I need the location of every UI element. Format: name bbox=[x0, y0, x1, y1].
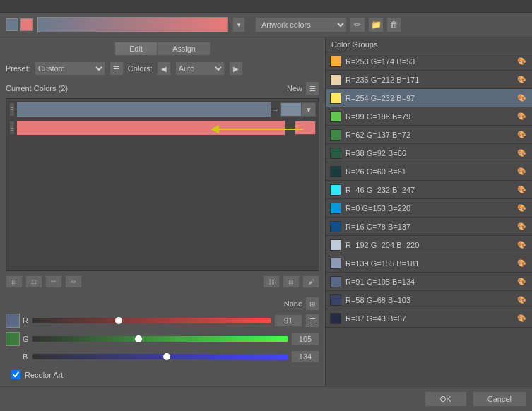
new-swatch-2 bbox=[295, 121, 316, 135]
color-dot bbox=[330, 239, 341, 251]
color-dot bbox=[330, 129, 341, 141]
pencil-icon[interactable]: ✏ bbox=[350, 17, 365, 32]
color-group-icon[interactable]: 🎨 bbox=[515, 92, 528, 105]
g-swatch-indicator bbox=[6, 332, 20, 346]
color-dot bbox=[330, 313, 341, 324]
colors-arrow-left[interactable]: ◀ bbox=[157, 61, 171, 76]
slider-menu-r[interactable]: ☰ bbox=[305, 314, 319, 328]
color-item[interactable]: R=235 G=212 B=171🎨 bbox=[326, 71, 532, 89]
assign-tab[interactable]: Assign bbox=[158, 42, 211, 56]
drag-handle-1[interactable] bbox=[9, 102, 15, 117]
color-item[interactable]: R=26 G=60 B=61🎨 bbox=[326, 162, 532, 181]
color-group-icon[interactable]: 🎨 bbox=[515, 55, 528, 68]
top-bar bbox=[0, 0, 532, 13]
r-slider[interactable] bbox=[32, 318, 271, 323]
color-dot bbox=[330, 294, 341, 306]
color-item[interactable]: R=91 G=105 B=134🎨 bbox=[326, 273, 532, 291]
color-dot bbox=[330, 221, 341, 232]
color-name: R=192 G=204 B=220 bbox=[345, 241, 515, 249]
r-value[interactable]: 91 bbox=[274, 314, 302, 327]
content-area: Edit Assign Preset: Custom ☰ Colors: ◀ A… bbox=[0, 37, 532, 386]
color-item[interactable]: R=139 G=155 B=181🎨 bbox=[326, 254, 532, 273]
color-row-2: → bbox=[9, 120, 316, 136]
color-name: R=37 G=43 B=67 bbox=[345, 314, 515, 323]
preset-label: Preset: bbox=[6, 64, 30, 73]
colors-arrow-right[interactable]: ▶ bbox=[229, 61, 243, 76]
grid-icon-2[interactable]: ⊟ bbox=[25, 275, 42, 288]
color-group-icon[interactable]: 🎨 bbox=[515, 129, 528, 141]
g-slider-row: G 105 bbox=[6, 332, 319, 346]
merge-icon[interactable]: ⇔ bbox=[65, 275, 82, 288]
grid-icon-3[interactable]: ⊞ bbox=[283, 275, 300, 288]
none-icon[interactable]: ⊞ bbox=[305, 297, 319, 311]
folder-icon[interactable]: 📁 bbox=[368, 17, 384, 32]
color-group-icon[interactable]: 🎨 bbox=[515, 239, 528, 251]
left-panel: Edit Assign Preset: Custom ☰ Colors: ◀ A… bbox=[0, 37, 325, 386]
list-view-icon[interactable]: ☰ bbox=[305, 81, 319, 95]
color-item[interactable]: R=192 G=204 B=220🎨 bbox=[326, 236, 532, 254]
artwork-colors-dropdown[interactable]: Artwork colorsGlobal colorsSpot colors bbox=[255, 17, 347, 32]
color-group-icon[interactable]: 🎨 bbox=[515, 165, 528, 178]
gradient-dropdown[interactable]: ▼ bbox=[232, 17, 245, 32]
b-value[interactable]: 134 bbox=[291, 350, 319, 363]
arrow-icon-1[interactable]: → bbox=[271, 102, 280, 117]
dialog: ▼ Artwork colorsGlobal colorsSpot colors… bbox=[0, 13, 532, 411]
edit-tab[interactable]: Edit bbox=[114, 42, 158, 56]
color-name: R=0 G=153 B=220 bbox=[345, 204, 515, 213]
color-group-icon[interactable]: 🎨 bbox=[515, 147, 528, 160]
color-list[interactable]: R=253 G=174 B=53🎨R=235 G=212 B=171🎨R=254… bbox=[326, 52, 532, 386]
preset-select[interactable]: Custom bbox=[35, 61, 105, 76]
swatch-red bbox=[20, 18, 33, 31]
swatch-menu-1[interactable]: ▼ bbox=[302, 102, 316, 117]
recolor-checkbox[interactable] bbox=[11, 370, 20, 379]
color-group-icon[interactable]: 🎨 bbox=[515, 312, 528, 325]
none-icons-row: None ⊞ bbox=[6, 297, 319, 311]
g-slider[interactable] bbox=[32, 336, 288, 342]
color-group-icon[interactable]: 🎨 bbox=[515, 184, 528, 196]
color-item[interactable]: R=254 G=232 B=97🎨 bbox=[326, 89, 532, 107]
recolor-row: Recolor Art bbox=[6, 367, 319, 382]
none-label: None bbox=[284, 299, 302, 308]
color-row-1: → ▼ bbox=[9, 102, 316, 117]
recolor-label: Recolor Art bbox=[25, 371, 63, 379]
colors-select[interactable]: Auto bbox=[175, 61, 225, 76]
color-item[interactable]: R=0 G=153 B=220🎨 bbox=[326, 199, 532, 218]
b-slider[interactable] bbox=[32, 354, 288, 359]
drag-handle-2[interactable] bbox=[9, 121, 15, 135]
color-name: R=38 G=92 B=66 bbox=[345, 149, 515, 157]
edit-icon[interactable]: ✏ bbox=[45, 275, 62, 288]
bottom-buttons: OK Cancel bbox=[0, 386, 532, 411]
color-group-icon[interactable]: 🎨 bbox=[515, 110, 528, 123]
g-value[interactable]: 105 bbox=[291, 333, 319, 345]
b-label: B bbox=[23, 352, 30, 361]
brush-icon[interactable]: 🖌 bbox=[302, 275, 319, 288]
color-item[interactable]: R=253 G=174 B=53🎨 bbox=[326, 52, 532, 71]
color-group-icon[interactable]: 🎨 bbox=[515, 257, 528, 270]
color-group-icon[interactable]: 🎨 bbox=[515, 275, 528, 288]
b-slider-row: B 134 bbox=[6, 350, 319, 363]
color-item[interactable]: R=16 G=78 B=137🎨 bbox=[326, 218, 532, 236]
new-swatch-1 bbox=[280, 102, 302, 117]
link-icon[interactable]: ⛓ bbox=[263, 275, 280, 288]
color-group-icon[interactable]: 🎨 bbox=[515, 202, 528, 215]
ok-button[interactable]: OK bbox=[425, 391, 467, 407]
grid-icon-1[interactable]: ⊞ bbox=[6, 275, 23, 288]
color-name: R=139 G=155 B=181 bbox=[345, 259, 515, 268]
color-item[interactable]: R=37 G=43 B=67🎨 bbox=[326, 309, 532, 328]
color-name: R=254 G=232 B=97 bbox=[345, 94, 515, 102]
color-item[interactable]: R=38 G=92 B=66🎨 bbox=[326, 144, 532, 162]
cancel-button[interactable]: Cancel bbox=[473, 391, 526, 407]
r-slider-row: R 91 ☰ bbox=[6, 314, 319, 328]
color-name: R=253 G=174 B=53 bbox=[345, 57, 515, 66]
color-item[interactable]: R=62 G=137 B=72🎨 bbox=[326, 126, 532, 144]
color-item[interactable]: R=58 G=68 B=103🎨 bbox=[326, 291, 532, 309]
preset-menu-icon[interactable]: ☰ bbox=[110, 61, 124, 76]
color-group-icon[interactable]: 🎨 bbox=[515, 220, 528, 233]
color-item[interactable]: R=46 G=232 B=247🎨 bbox=[326, 181, 532, 199]
arrow-icon-2[interactable]: → bbox=[285, 121, 295, 135]
color-sliders: None ⊞ R 91 ☰ G 105 bbox=[6, 297, 319, 367]
trash-icon[interactable]: 🗑 bbox=[386, 17, 402, 32]
color-group-icon[interactable]: 🎨 bbox=[515, 294, 528, 306]
color-group-icon[interactable]: 🎨 bbox=[515, 73, 528, 86]
color-item[interactable]: R=99 G=198 B=79🎨 bbox=[326, 107, 532, 126]
